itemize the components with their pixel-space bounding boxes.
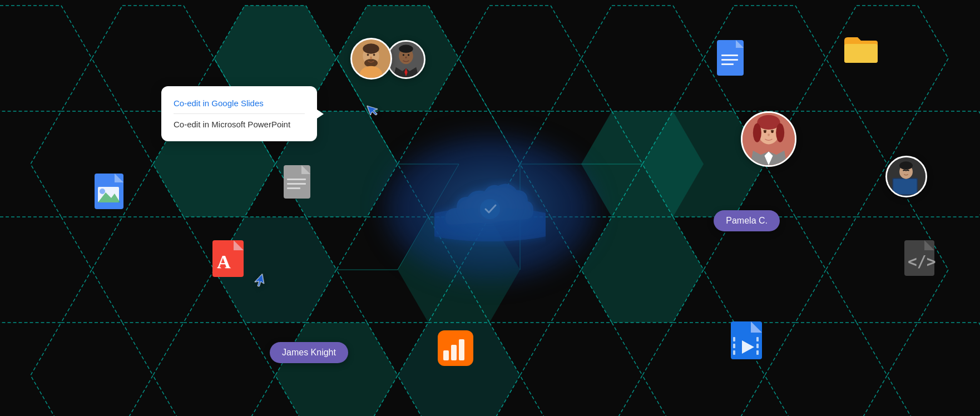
svg-rect-114 [733, 337, 735, 341]
svg-point-75 [776, 123, 784, 142]
cloud-center [401, 147, 579, 269]
svg-rect-109 [443, 350, 449, 360]
pamela-c-badge: Pamela C. [714, 210, 780, 231]
chart-icon [437, 329, 474, 367]
slides-icon [730, 320, 763, 360]
avatar-person4 [885, 156, 927, 197]
svg-point-85 [899, 161, 913, 170]
svg-rect-118 [756, 344, 759, 348]
svg-rect-90 [721, 55, 738, 56]
svg-text:</>: </> [908, 252, 936, 271]
svg-rect-110 [451, 345, 457, 360]
svg-rect-92 [721, 63, 734, 65]
coedit-google-slides-option[interactable]: Co-edit in Google Slides [174, 95, 305, 111]
google-doc-icon [714, 38, 746, 78]
svg-point-68 [408, 54, 409, 56]
svg-point-78 [771, 130, 774, 133]
svg-marker-86 [367, 103, 379, 117]
svg-point-61 [373, 54, 375, 56]
avatar-person2 [387, 40, 425, 79]
image-document-icon [93, 172, 125, 210]
svg-point-77 [764, 130, 766, 133]
main-scene: Co-edit in Google Slides Co-edit in Micr… [0, 0, 980, 416]
pdf-icon: A A [211, 239, 245, 278]
svg-rect-111 [459, 339, 464, 360]
svg-point-65 [399, 44, 413, 53]
svg-point-67 [403, 54, 404, 56]
svg-point-62 [370, 56, 372, 60]
gray-document-icon [283, 164, 311, 200]
svg-point-97 [100, 189, 105, 194]
avatar-person1 [350, 38, 392, 80]
context-menu-popup: Co-edit in Google Slides Co-edit in Micr… [161, 86, 317, 141]
svg-point-58 [364, 59, 378, 67]
code-icon: </> [903, 239, 936, 277]
svg-rect-93 [844, 44, 878, 63]
cursor-arrow-2 [249, 271, 268, 293]
svg-rect-103 [287, 187, 300, 189]
svg-rect-83 [893, 179, 917, 195]
svg-text:A: A [217, 252, 231, 273]
svg-rect-117 [756, 337, 759, 341]
svg-point-69 [405, 57, 407, 59]
svg-rect-91 [721, 59, 738, 61]
svg-rect-115 [733, 344, 735, 348]
svg-point-60 [367, 54, 369, 56]
svg-point-79 [768, 133, 770, 136]
svg-rect-101 [287, 179, 306, 180]
avatar-person3 [741, 111, 796, 167]
svg-point-73 [757, 115, 780, 130]
svg-rect-116 [733, 350, 735, 355]
svg-point-57 [363, 43, 379, 53]
cloud-glow [384, 136, 596, 280]
folder-icon [842, 32, 880, 65]
svg-rect-119 [756, 350, 759, 355]
menu-divider [174, 113, 305, 114]
svg-rect-102 [287, 183, 306, 185]
james-knight-badge: James Knight [270, 342, 348, 363]
svg-point-74 [753, 123, 761, 142]
svg-marker-87 [254, 274, 264, 286]
coedit-powerpoint-option[interactable]: Co-edit in Microsoft PowerPoint [174, 116, 305, 132]
